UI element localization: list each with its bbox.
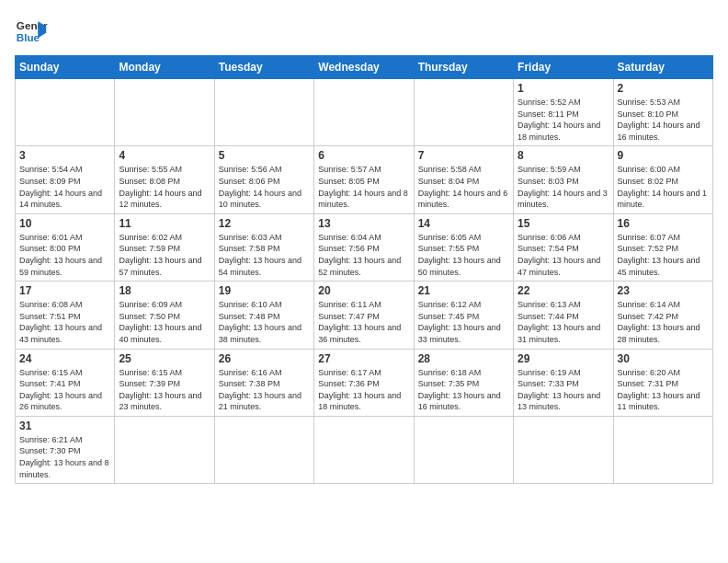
calendar-cell: 5Sunrise: 5:56 AM Sunset: 8:06 PM Daylig… — [214, 146, 313, 213]
calendar-cell: 6Sunrise: 5:57 AM Sunset: 8:05 PM Daylig… — [314, 146, 414, 213]
day-number: 23 — [618, 284, 709, 297]
day-number: 2 — [618, 82, 709, 95]
calendar-cell: 30Sunrise: 6:20 AM Sunset: 7:31 PM Dayli… — [613, 349, 712, 416]
day-number: 3 — [19, 149, 110, 162]
day-number: 16 — [618, 217, 709, 230]
day-info: Sunrise: 6:09 AM Sunset: 7:50 PM Dayligh… — [119, 299, 210, 345]
calendar-cell: 10Sunrise: 6:01 AM Sunset: 8:00 PM Dayli… — [16, 213, 115, 281]
day-info: Sunrise: 6:00 AM Sunset: 8:02 PM Dayligh… — [618, 164, 709, 210]
day-info: Sunrise: 5:58 AM Sunset: 8:04 PM Dayligh… — [418, 164, 509, 210]
calendar-cell: 2Sunrise: 5:53 AM Sunset: 8:10 PM Daylig… — [613, 79, 712, 146]
day-info: Sunrise: 5:52 AM Sunset: 8:11 PM Dayligh… — [518, 97, 609, 143]
day-number: 28 — [418, 352, 509, 365]
day-info: Sunrise: 5:57 AM Sunset: 8:05 PM Dayligh… — [318, 164, 409, 210]
day-number: 31 — [19, 419, 110, 432]
calendar-cell: 24Sunrise: 6:15 AM Sunset: 7:41 PM Dayli… — [16, 349, 115, 416]
weekday-header-row: SundayMondayTuesdayWednesdayThursdayFrid… — [16, 56, 713, 79]
day-info: Sunrise: 6:04 AM Sunset: 7:56 PM Dayligh… — [318, 232, 409, 278]
calendar-cell: 17Sunrise: 6:08 AM Sunset: 7:51 PM Dayli… — [16, 282, 115, 349]
calendar-cell — [514, 416, 613, 483]
day-info: Sunrise: 5:56 AM Sunset: 8:06 PM Dayligh… — [219, 164, 310, 210]
calendar-cell: 3Sunrise: 5:54 AM Sunset: 8:09 PM Daylig… — [16, 146, 115, 213]
day-number: 22 — [518, 284, 609, 297]
calendar-table: SundayMondayTuesdayWednesdayThursdayFrid… — [15, 55, 713, 484]
calendar-cell: 26Sunrise: 6:16 AM Sunset: 7:38 PM Dayli… — [214, 349, 313, 416]
day-number: 8 — [518, 149, 609, 162]
calendar-cell — [314, 416, 414, 483]
weekday-header-monday: Monday — [115, 56, 214, 79]
day-info: Sunrise: 6:18 AM Sunset: 7:35 PM Dayligh… — [418, 367, 509, 413]
calendar-cell — [314, 79, 414, 146]
day-number: 7 — [418, 149, 509, 162]
weekday-header-wednesday: Wednesday — [314, 56, 414, 79]
calendar-cell: 25Sunrise: 6:15 AM Sunset: 7:39 PM Dayli… — [115, 349, 214, 416]
calendar-cell — [115, 416, 214, 483]
calendar-cell: 15Sunrise: 6:06 AM Sunset: 7:54 PM Dayli… — [514, 213, 613, 281]
calendar-cell: 1Sunrise: 5:52 AM Sunset: 8:11 PM Daylig… — [514, 79, 613, 146]
header: General Blue — [15, 15, 713, 48]
calendar-cell: 9Sunrise: 6:00 AM Sunset: 8:02 PM Daylig… — [613, 146, 712, 213]
calendar-cell: 7Sunrise: 5:58 AM Sunset: 8:04 PM Daylig… — [414, 146, 513, 213]
day-number: 26 — [219, 352, 310, 365]
calendar-cell: 29Sunrise: 6:19 AM Sunset: 7:33 PM Dayli… — [514, 349, 613, 416]
day-number: 25 — [119, 352, 210, 365]
day-number: 4 — [119, 149, 210, 162]
day-info: Sunrise: 6:15 AM Sunset: 7:41 PM Dayligh… — [19, 367, 110, 413]
day-info: Sunrise: 6:13 AM Sunset: 7:44 PM Dayligh… — [518, 299, 609, 345]
day-number: 30 — [618, 352, 709, 365]
day-info: Sunrise: 6:01 AM Sunset: 8:00 PM Dayligh… — [19, 232, 110, 278]
calendar-cell — [214, 79, 313, 146]
day-info: Sunrise: 6:02 AM Sunset: 7:59 PM Dayligh… — [119, 232, 210, 278]
logo-icon: General Blue — [15, 15, 48, 48]
day-info: Sunrise: 6:08 AM Sunset: 7:51 PM Dayligh… — [19, 299, 110, 345]
calendar-cell: 20Sunrise: 6:11 AM Sunset: 7:47 PM Dayli… — [314, 282, 414, 349]
day-info: Sunrise: 5:54 AM Sunset: 8:09 PM Dayligh… — [19, 164, 110, 210]
calendar-week-2: 3Sunrise: 5:54 AM Sunset: 8:09 PM Daylig… — [16, 146, 713, 213]
calendar-cell: 13Sunrise: 6:04 AM Sunset: 7:56 PM Dayli… — [314, 213, 414, 281]
calendar-cell — [414, 79, 513, 146]
calendar-cell: 31Sunrise: 6:21 AM Sunset: 7:30 PM Dayli… — [16, 416, 115, 483]
calendar-cell: 22Sunrise: 6:13 AM Sunset: 7:44 PM Dayli… — [514, 282, 613, 349]
day-number: 27 — [318, 352, 409, 365]
day-number: 6 — [318, 149, 409, 162]
calendar-cell: 14Sunrise: 6:05 AM Sunset: 7:55 PM Dayli… — [414, 213, 513, 281]
calendar-week-1: 1Sunrise: 5:52 AM Sunset: 8:11 PM Daylig… — [16, 79, 713, 146]
day-number: 5 — [219, 149, 310, 162]
day-info: Sunrise: 6:03 AM Sunset: 7:58 PM Dayligh… — [219, 232, 310, 278]
day-number: 9 — [618, 149, 709, 162]
day-info: Sunrise: 5:55 AM Sunset: 8:08 PM Dayligh… — [119, 164, 210, 210]
day-info: Sunrise: 6:19 AM Sunset: 7:33 PM Dayligh… — [518, 367, 609, 413]
day-number: 1 — [518, 82, 609, 95]
svg-text:Blue: Blue — [17, 31, 40, 43]
calendar-cell: 28Sunrise: 6:18 AM Sunset: 7:35 PM Dayli… — [414, 349, 513, 416]
calendar-cell: 8Sunrise: 5:59 AM Sunset: 8:03 PM Daylig… — [514, 146, 613, 213]
day-info: Sunrise: 6:05 AM Sunset: 7:55 PM Dayligh… — [418, 232, 509, 278]
day-number: 29 — [518, 352, 609, 365]
day-info: Sunrise: 6:12 AM Sunset: 7:45 PM Dayligh… — [418, 299, 509, 345]
calendar-week-6: 31Sunrise: 6:21 AM Sunset: 7:30 PM Dayli… — [16, 416, 713, 483]
day-info: Sunrise: 6:15 AM Sunset: 7:39 PM Dayligh… — [119, 367, 210, 413]
calendar-cell: 12Sunrise: 6:03 AM Sunset: 7:58 PM Dayli… — [214, 213, 313, 281]
calendar-cell: 19Sunrise: 6:10 AM Sunset: 7:48 PM Dayli… — [214, 282, 313, 349]
day-number: 18 — [119, 284, 210, 297]
calendar-cell — [16, 79, 115, 146]
day-info: Sunrise: 6:06 AM Sunset: 7:54 PM Dayligh… — [518, 232, 609, 278]
calendar-cell: 21Sunrise: 6:12 AM Sunset: 7:45 PM Dayli… — [414, 282, 513, 349]
day-info: Sunrise: 6:20 AM Sunset: 7:31 PM Dayligh… — [618, 367, 709, 413]
day-number: 12 — [219, 217, 310, 230]
day-number: 24 — [19, 352, 110, 365]
calendar-cell — [115, 79, 214, 146]
day-number: 19 — [219, 284, 310, 297]
calendar-cell — [613, 416, 712, 483]
day-info: Sunrise: 6:21 AM Sunset: 7:30 PM Dayligh… — [19, 434, 110, 480]
day-number: 20 — [318, 284, 409, 297]
day-info: Sunrise: 6:17 AM Sunset: 7:36 PM Dayligh… — [318, 367, 409, 413]
day-number: 21 — [418, 284, 509, 297]
calendar-cell: 11Sunrise: 6:02 AM Sunset: 7:59 PM Dayli… — [115, 213, 214, 281]
calendar-cell: 23Sunrise: 6:14 AM Sunset: 7:42 PM Dayli… — [613, 282, 712, 349]
day-info: Sunrise: 6:10 AM Sunset: 7:48 PM Dayligh… — [219, 299, 310, 345]
weekday-header-thursday: Thursday — [414, 56, 513, 79]
weekday-header-tuesday: Tuesday — [214, 56, 313, 79]
logo: General Blue — [15, 15, 48, 48]
day-info: Sunrise: 5:59 AM Sunset: 8:03 PM Dayligh… — [518, 164, 609, 210]
